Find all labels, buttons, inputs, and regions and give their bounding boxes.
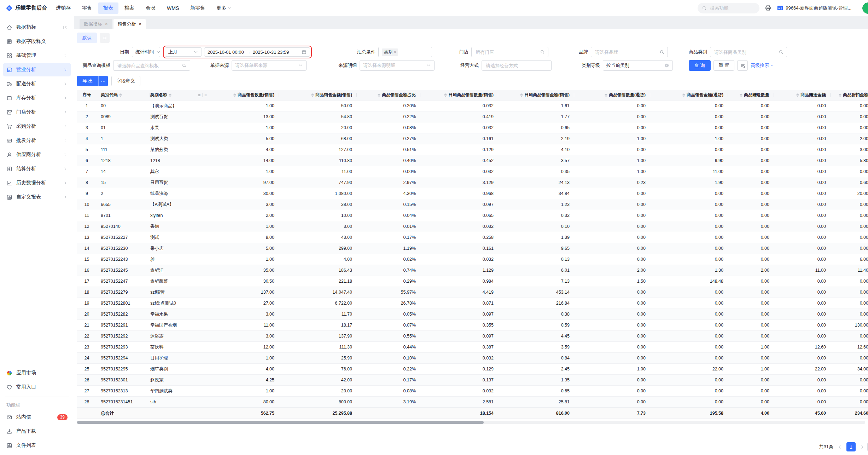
sidebar-item[interactable]: 数据指标 [3,21,71,34]
summary-condition-input[interactable]: 类别 × [378,47,432,57]
sidebar-item[interactable]: 结算分析 [3,162,71,175]
prev-page-button[interactable] [838,445,842,449]
column-header[interactable]: 商品销售数量(退货) [574,90,650,100]
scrollbar-thumb[interactable] [77,421,484,424]
field-definition-button[interactable]: 字段释义 [111,76,140,86]
account-switcher[interactable]: 99664-新界面商超版测试-管理... [777,5,851,11]
top-nav-item[interactable]: 档案 [119,2,140,14]
sidebar-item[interactable]: 自定义报表 [3,190,71,204]
column-header[interactable]: 商品销售金额(销售) [279,90,356,100]
column-header[interactable]: 商品赠送金额 [774,90,830,100]
brand-input[interactable] [591,47,668,57]
sort-icon[interactable] [311,93,314,97]
top-nav-item[interactable]: 新零售 [185,2,210,14]
table-row[interactable]: 21 95270152291 幸福国产香烟 11.00 18.17 0.07% … [77,320,868,331]
table-row[interactable]: 10 6655 【A测试A】 3.00 38.00 0.15% 0.097 1.… [77,199,868,210]
sort-icon[interactable] [605,93,607,97]
sort-icon[interactable] [520,93,523,97]
clear-icon[interactable] [664,63,669,68]
avatar[interactable] [862,2,868,14]
top-nav-item[interactable]: 会员 [140,2,161,14]
page-tab[interactable]: 数据指标 × [80,19,112,29]
sidebar-item[interactable]: 批发分析 [3,134,71,147]
column-header[interactable]: 类别代码 [97,90,150,100]
source-detail-select[interactable]: 请选择来源明细 [360,60,435,71]
global-search-input[interactable] [709,5,755,11]
table-row[interactable]: 4 1 测试大类 5.00 68.00 0.27% 0.161 2.19 1.0… [77,133,868,144]
column-header[interactable]: 日均商品销售金额(销售) [498,90,574,100]
column-header[interactable]: 序号 [77,90,97,100]
export-more-button[interactable]: ⋯ [98,76,108,86]
column-filter-icons[interactable]: ≡≡ [198,93,210,98]
date-range-input[interactable]: 2025-10-01 00:00 → 2025-10-31 23:59 [204,47,310,57]
sidebar-item[interactable]: 站内信 39 [3,410,71,424]
table-row[interactable]: 14 95270152230 采小店 5.00 299.00 1.19% 0.1… [77,243,868,254]
saved-filter-icon[interactable] [737,60,748,71]
sidebar-item[interactable]: 供应商分析 [3,148,71,161]
sort-icon[interactable] [839,93,841,97]
next-page-button[interactable] [860,445,864,449]
column-header[interactable]: 商品销售金额(退货) [650,90,728,100]
table-row[interactable]: 25 95270152295 烟草类别 4.00 76.00 0.22% 0.1… [77,364,868,375]
table-row[interactable]: 24 95270152294 日用护理 1.00 25.90 0.10% 0.0… [77,353,868,364]
table-row[interactable]: 23 95270152293 茶饮料 12.00 111.30 0.44% 0.… [77,342,868,353]
close-tab-icon[interactable]: × [139,21,142,27]
column-header[interactable]: 商品折扣金额 [830,90,868,100]
sidebar-item[interactable]: 产品下载 [3,425,71,438]
app-logo[interactable]: 乐檬零售后台 [6,5,47,12]
sidebar-item[interactable]: 营业分析 [3,63,71,76]
table-row[interactable]: 6 1218 1218 14.00 110.80 0.40% 0.452 3.5… [77,155,868,166]
table-row[interactable]: 7 14 其它 1.00 11.00 0.00% 0.032 0.35 1.00… [77,166,868,177]
close-tab-icon[interactable]: × [105,21,108,27]
table-row[interactable]: 16 95270152245 鑫鲜汇 35.00 186.43 0.74% 1.… [77,265,868,276]
sidebar-item[interactable]: 数据字段释义 [3,35,71,48]
table-row[interactable]: 28 9527015231451 sth 80.00 800.00 3.19% … [77,397,868,408]
business-mode-input[interactable] [482,60,552,71]
sort-icon[interactable] [444,93,447,97]
column-header[interactable]: 商品赠送数量 [728,90,774,100]
table-row[interactable]: 20 95270152282 幸福水果 3.00 11.70 0.05% 0.0… [77,309,868,320]
remove-tag-icon[interactable]: × [394,50,396,54]
table-row[interactable]: 15 95270152243 昶 1.00 4.00 0.02% 0.032 0… [77,254,868,265]
doc-source-select[interactable]: 请选择单据来源 [232,60,307,71]
table-row[interactable]: 3 01 水果 1.00 20.00 0.08% 0.032 0.65 0.00… [77,122,868,133]
advanced-search-link[interactable]: 高级搜索 [751,62,774,69]
column-header[interactable]: 日均商品销售数量(销售) [420,90,498,100]
table-row[interactable]: 18 95270152279 szf联营 137.00 14,047.40 55… [77,287,868,298]
store-input[interactable] [471,47,548,57]
add-preset-button[interactable] [100,33,110,43]
date-type-select[interactable]: 统计时间 [132,47,160,57]
sidebar-item[interactable]: 文件列表 [3,439,71,452]
horizontal-scrollbar[interactable] [77,421,865,424]
sort-icon[interactable] [119,93,122,97]
sort-icon[interactable] [796,93,799,97]
category-level-select[interactable]: 按当前类别 [603,60,673,71]
printer-icon[interactable] [765,5,771,11]
table-row[interactable]: 17 95270152247 鑫鲜蔬菜 30.50 221.18 0.29% 0… [77,276,868,287]
sidebar-item[interactable]: 历史数据分析 [3,176,71,190]
current-page-button[interactable]: 1 [846,442,856,451]
category-input[interactable] [710,47,787,57]
column-header[interactable]: 商品销售金额占比 [356,90,420,100]
table-row[interactable]: 26 95270152301 赵政家 4.25 42.00 0.17% 0.13… [77,375,868,386]
sidebar-item[interactable]: 应用市场 [3,366,71,380]
column-header[interactable]: 类别名称 ≡≡ [150,90,210,100]
top-nav-item[interactable]: 更多 [211,2,237,14]
table-row[interactable]: 8 15 日用百货 97.00 747.90 2.97% 3.129 24.13… [77,177,868,188]
date-preset-select[interactable]: 上月 [165,47,202,57]
sidebar-item[interactable]: 基础管理 [3,49,71,62]
top-nav-item[interactable]: 进销存 [51,2,76,14]
table-row[interactable]: 5 111 菜的分类 4.00 127.00 0.51% 0.129 4.10 … [77,144,868,155]
sidebar-item[interactable]: 库存分析 [3,91,71,105]
table-row[interactable]: 9 2 纸品洗涤 30.00 1,080.00 4.30% 0.968 34.8… [77,188,868,199]
table-row[interactable]: 27 95270152313 华南测试类 1.00 20.00 0.08% 0.… [77,386,868,397]
export-button[interactable]: 导 出 [77,76,98,86]
sort-icon[interactable] [169,93,171,97]
sidebar-item[interactable]: 配送分析 [3,77,71,91]
column-header[interactable]: 商品销售数量(销售) [210,90,279,100]
sort-icon[interactable] [682,93,685,97]
template-input[interactable] [113,60,190,71]
sidebar-item[interactable]: 门店分析 [3,105,71,119]
table-row[interactable]: 12 95270140 香烟 1.00 3.00 0.01% 0.032 0.1… [77,221,868,232]
sort-icon[interactable] [740,93,742,97]
